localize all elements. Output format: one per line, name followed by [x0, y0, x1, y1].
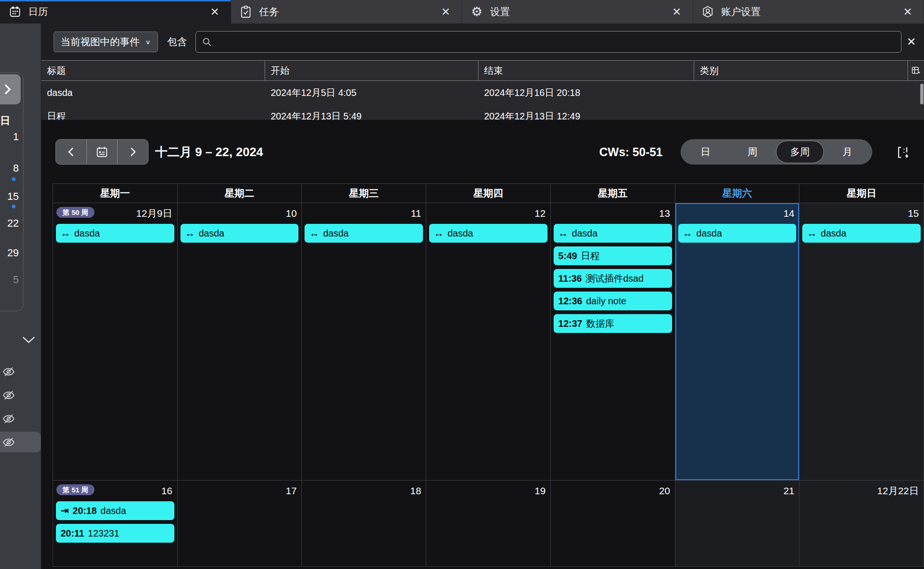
calendar-period-title: 十二月 9 – 22, 2024 — [155, 139, 263, 165]
spans-both-ways-icon: ↔ — [434, 228, 444, 239]
view-week-button[interactable]: 周 — [729, 141, 776, 163]
column-header-category[interactable]: 类别 — [694, 61, 908, 80]
multiweek-grid: 星期一 星期二 星期三 星期四 星期五 星期六 星期日 第 50 周 12月9日… — [53, 183, 924, 567]
calendar-event[interactable]: ↔ dasda — [56, 224, 174, 243]
day-cell-selected-today[interactable]: 14 ↔ dasda — [675, 203, 800, 480]
date-label: 18 — [302, 481, 426, 501]
minical-date[interactable]: 1 — [0, 131, 19, 143]
clear-search-icon[interactable]: ✕ — [901, 35, 921, 48]
day-cell[interactable]: 第 50 周 12月9日 ↔ dasda — [53, 203, 178, 480]
event-scope-dropdown[interactable]: 当前视图中的事件 ∨ — [54, 32, 158, 52]
calendar-event[interactable]: ↔ dasda — [305, 224, 423, 243]
calendar-view: 十二月 9 – 22, 2024 CWs: 50-51 日 周 多周 月 星期一… — [41, 120, 924, 569]
column-header-title[interactable]: 标题 — [41, 61, 265, 80]
calendar-visibility-row[interactable] — [0, 385, 41, 405]
tab-tasks[interactable]: 任务 ✕ — [231, 0, 462, 24]
calendar-app-window: 日历 ✕ 任务 ✕ ⚙ 设置 ✕ — [0, 0, 924, 569]
day-cell[interactable]: 10 ↔ dasda — [178, 203, 302, 480]
column-header-start[interactable]: 开始 — [265, 61, 478, 80]
calendar-event[interactable]: ↔ dasda — [802, 224, 921, 243]
table-row[interactable]: 日程 2024年12月13日 5:49 2024年12月13日 12:49 — [41, 104, 924, 120]
today-calendar-icon — [95, 145, 109, 158]
chevron-right-icon — [4, 83, 11, 95]
calendar-event[interactable]: ↔ dasda — [554, 224, 672, 243]
tab-calendar[interactable]: 日历 ✕ — [0, 0, 231, 24]
close-icon[interactable]: ✕ — [207, 5, 222, 19]
tab-label: 任务 — [259, 5, 279, 18]
column-header-end[interactable]: 结束 — [478, 61, 694, 80]
day-cell[interactable]: 第 51 周 16 ⇥ 20:18 dasda 20:11 123231 — [53, 481, 178, 566]
calendar-event[interactable]: ↔ dasda — [678, 224, 797, 243]
day-cell[interactable]: 11 ↔ dasda — [302, 203, 426, 480]
tab-settings[interactable]: ⚙ 设置 ✕ — [462, 0, 693, 24]
calendar-event[interactable]: 11:36 测试插件dsad — [554, 269, 672, 288]
date-label: 17 — [178, 481, 302, 501]
today-button[interactable] — [87, 140, 118, 164]
search-input[interactable] — [217, 37, 895, 47]
calendar-event[interactable]: 12:36 daily note — [554, 292, 672, 310]
left-sidebar: 日 1 8 15 22 29 5 — [0, 24, 41, 569]
eye-slash-icon — [2, 412, 15, 425]
date-label: 21 — [675, 481, 799, 501]
event-table: 标题 开始 结束 类别 dasda 2024年12月5日 4:05 2024年1… — [41, 60, 924, 120]
calendar-visibility-row[interactable] — [0, 361, 41, 382]
calendar-event[interactable]: 5:49 日程 — [554, 246, 672, 265]
close-icon[interactable]: ✕ — [669, 5, 684, 19]
table-row[interactable]: dasda 2024年12月5日 4:05 2024年12月16日 20:18 — [41, 81, 924, 104]
calendar-event[interactable]: ⇥ 20:18 dasda — [56, 501, 174, 520]
chevron-down-icon[interactable] — [22, 335, 38, 347]
rotate-view-icon — [895, 145, 910, 160]
account-icon — [702, 6, 714, 18]
day-cell[interactable]: 19 — [426, 481, 551, 566]
day-cell[interactable]: 13 ↔ dasda 5:49 日程 11:36 测试插件dsad — [551, 203, 675, 480]
chevron-left-icon — [68, 146, 74, 158]
minical-date[interactable]: 8 — [0, 162, 19, 174]
eye-slash-icon — [2, 389, 15, 402]
close-icon[interactable]: ✕ — [439, 5, 453, 19]
close-icon[interactable]: ✕ — [901, 5, 915, 19]
day-cell[interactable]: 15 ↔ dasda — [799, 203, 924, 480]
calendar-nav-group — [55, 139, 149, 165]
day-cell[interactable]: 20 — [551, 481, 675, 566]
minical-date-muted[interactable]: 5 — [0, 274, 19, 286]
calendar-event[interactable]: 20:11 123231 — [56, 524, 174, 543]
view-month-button[interactable]: 月 — [824, 141, 871, 163]
gear-icon: ⚙ — [470, 6, 483, 18]
minical-event-dot — [12, 177, 16, 181]
tab-account-settings[interactable]: 账户设置 ✕ — [693, 0, 924, 24]
minical-day-header: 日 — [0, 114, 14, 128]
view-multiweek-button[interactable]: 多周 — [776, 141, 824, 163]
previous-period-button[interactable] — [56, 140, 87, 164]
calendar-visibility-row[interactable] — [0, 408, 41, 429]
calendar-visibility-row-selected[interactable] — [0, 432, 41, 452]
expand-sidebar-button[interactable] — [0, 74, 21, 104]
minical-date[interactable]: 22 — [0, 217, 19, 229]
spans-both-ways-icon: ↔ — [309, 228, 319, 239]
day-cell[interactable]: 12月22日 — [799, 481, 924, 566]
column-picker-button[interactable] — [908, 61, 924, 80]
search-box[interactable] — [196, 31, 901, 53]
day-cell[interactable]: 17 — [178, 481, 302, 566]
day-cell[interactable]: 18 — [302, 481, 426, 566]
tab-label: 设置 — [490, 5, 510, 18]
view-day-button[interactable]: 日 — [682, 141, 729, 163]
day-header: 星期三 — [302, 184, 426, 203]
day-cell[interactable]: 21 — [675, 481, 800, 566]
tab-label: 账户设置 — [721, 5, 761, 18]
week-number-badge: 第 50 周 — [56, 207, 94, 218]
minical-date[interactable]: 15 — [0, 190, 19, 203]
week-row-51: 第 51 周 16 ⇥ 20:18 dasda 20:11 123231 17 — [53, 481, 924, 566]
day-cell[interactable]: 12 ↔ dasda — [426, 203, 551, 480]
calendar-event[interactable]: ↔ dasda — [180, 224, 299, 243]
eye-slash-icon — [2, 436, 15, 449]
day-header: 星期一 — [53, 184, 178, 203]
calendar-event[interactable]: ↔ dasda — [429, 224, 548, 243]
calendar-event[interactable]: 12:37 数据库 — [554, 314, 672, 333]
rotate-view-button[interactable] — [893, 143, 911, 161]
minical-date[interactable]: 29 — [0, 247, 19, 259]
chevron-right-icon — [130, 146, 136, 158]
week-number-badge: 第 51 周 — [56, 484, 94, 495]
date-label: 11 — [302, 203, 426, 224]
table-scrollbar[interactable] — [920, 84, 924, 104]
next-period-button[interactable] — [117, 140, 148, 164]
